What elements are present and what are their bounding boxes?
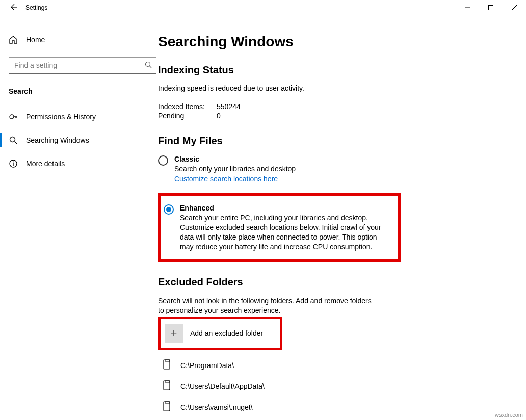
radio-icon[interactable] [158,155,168,166]
home-icon [9,35,18,44]
content-area: Searching Windows Indexing Status Indexi… [158,15,526,420]
search-input[interactable] [13,61,145,70]
pending-row: Pending 0 [158,112,506,120]
sidebar-home[interactable]: Home [0,29,158,51]
svg-rect-0 [489,6,493,10]
close-button[interactable] [503,0,526,15]
svg-rect-7 [165,360,170,361]
indexing-status-text: Indexing speed is reduced due to user ac… [158,84,506,92]
indexed-items-label: Indexed Items: [158,102,217,111]
search-icon [9,136,18,145]
pending-value: 0 [217,112,221,120]
indexed-items-value: 550244 [217,102,241,111]
radio-icon[interactable] [164,204,174,215]
svg-rect-9 [165,381,170,382]
back-button[interactable] [0,3,20,13]
indexing-status-heading: Indexing Status [158,64,506,76]
excluded-folder-path: C:\Users\vamsi\.nuget\ [180,403,253,411]
sidebar-item-more-details[interactable]: More details [0,152,158,175]
excluded-folder-path: C:\Users\Default\AppData\ [180,382,265,390]
radio-enhanced-desc: Search your entire PC, including your li… [180,213,392,252]
sidebar: Home Search Permissions & History Search… [0,15,158,420]
sidebar-item-label: Permissions & History [26,113,96,121]
excluded-folders-desc: Search will not look in the following fo… [158,296,372,316]
svg-point-1 [146,62,150,66]
indexed-items-row: Indexed Items: 550244 [158,102,506,111]
sidebar-item-permissions[interactable]: Permissions & History [0,106,158,128]
radio-classic[interactable]: Classic Search only your libraries and d… [158,155,506,183]
excluded-folder-row[interactable]: C:\Users\vamsi\.nuget\ [158,401,506,413]
titlebar: Settings [0,0,526,15]
excluded-folder-path: C:\ProgramData\ [180,361,234,370]
radio-enhanced[interactable]: Enhanced Search your entire PC, includin… [164,204,392,252]
watermark: wsxdn.com [495,412,523,418]
folder-icon [163,401,171,413]
find-my-files-heading: Find My Files [158,135,506,147]
sidebar-category: Search [0,74,158,98]
sidebar-item-label: Searching Windows [26,136,89,144]
app-title: Settings [20,4,47,11]
sidebar-item-label: More details [26,160,65,168]
info-icon [9,159,18,168]
excluded-folder-row[interactable]: C:\ProgramData\ [158,359,506,371]
svg-point-2 [10,115,14,119]
svg-point-3 [10,137,15,142]
svg-rect-11 [165,402,170,403]
minimize-button[interactable] [456,0,479,15]
radio-enhanced-title: Enhanced [180,204,392,212]
sidebar-home-label: Home [26,36,45,44]
add-excluded-folder-button[interactable]: + Add an excluded folder [158,317,282,350]
radio-classic-desc: Search only your libraries and desktop [174,164,296,174]
customize-search-link[interactable]: Customize search locations here [174,175,278,183]
add-excluded-folder-label: Add an excluded folder [190,329,263,337]
excluded-folders-heading: Excluded Folders [158,276,506,288]
excluded-folder-row[interactable]: C:\Users\Default\AppData\ [158,380,506,392]
svg-point-5 [13,162,14,163]
folder-icon [163,359,171,371]
folder-icon [163,380,171,392]
permissions-icon [9,112,18,121]
enhanced-highlight: Enhanced Search your entire PC, includin… [158,193,401,262]
search-icon [145,61,152,70]
pending-label: Pending [158,112,217,120]
sidebar-item-searching-windows[interactable]: Searching Windows [0,129,158,151]
maximize-button[interactable] [479,0,503,15]
radio-classic-title: Classic [174,155,296,163]
search-input-wrapper[interactable] [9,57,156,74]
plus-icon: + [165,324,183,343]
page-title: Searching Windows [158,34,506,50]
